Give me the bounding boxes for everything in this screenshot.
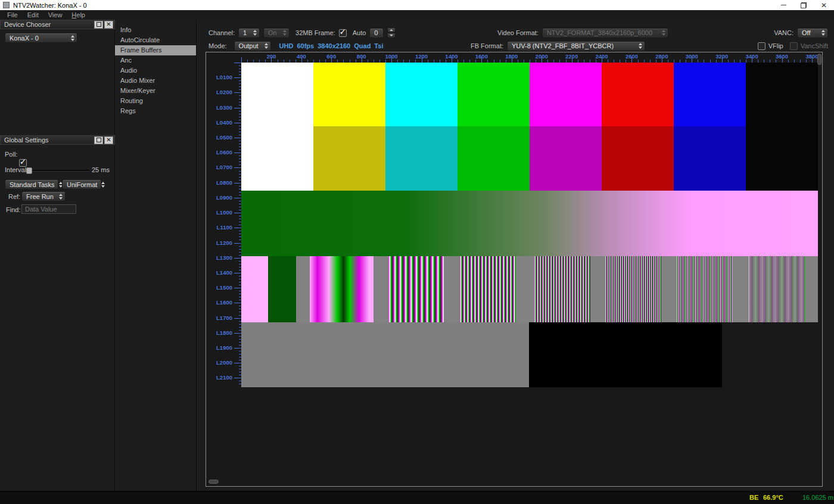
ruler-left-label: L1900: [206, 344, 232, 351]
left-column: Device Chooser ✕ KonaX - 0 Global Settin…: [0, 20, 115, 491]
window-titlebar: NTV2Watcher: KonaX - 0 ✕: [0, 0, 834, 10]
mode-select-value: Output: [239, 42, 259, 49]
sweep-solid-block: [268, 256, 296, 322]
colorbars-100: [241, 63, 818, 126]
channel-label: Channel:: [208, 29, 235, 36]
menu-help[interactable]: Help: [71, 11, 85, 18]
ruler-left-label: L2000: [206, 359, 232, 366]
menu-file[interactable]: File: [7, 11, 18, 18]
vanc-select-value: Off: [802, 29, 810, 36]
close-icon: ✕: [821, 2, 827, 8]
badge-quad: Quad: [354, 42, 371, 49]
fb-format-group: FB Format: YUV-8 (NTV2_FBF_8BIT_YCBCR): [471, 41, 645, 51]
ruler-top-label: 800: [357, 53, 366, 60]
color-bar: [602, 126, 674, 191]
nav-item-info[interactable]: Info: [115, 25, 196, 35]
mode-label: Mode:: [208, 42, 227, 49]
dropdown-arrows-icon: [817, 30, 825, 36]
ruler-left-label: L0800: [206, 179, 232, 186]
nav-item-mixer-keyer[interactable]: Mixer/Keyer: [115, 86, 196, 96]
menu-view[interactable]: View: [48, 11, 63, 18]
channel-select-value: 1: [243, 29, 247, 36]
ramp-row: [241, 191, 818, 256]
nav-item-frame-buffers[interactable]: Frame Buffers: [115, 45, 196, 55]
ruler-left-label: L0600: [206, 149, 232, 155]
badge-fps: 60fps: [297, 42, 314, 49]
status-board: BE: [749, 494, 758, 501]
sweep-stripe-block: [534, 256, 590, 322]
mode-select[interactable]: Output: [234, 41, 271, 51]
nav-item-routing[interactable]: Routing: [115, 96, 196, 106]
color-bar: [602, 63, 674, 126]
interval-label: Interval:: [5, 166, 28, 173]
ruler-left-label: L0700: [206, 164, 232, 170]
close-icon: ✕: [106, 21, 111, 27]
video-format-select: NTV2_FORMAT_3840x2160p_6000: [542, 28, 668, 38]
ruler-left-label: L0300: [206, 104, 232, 111]
sweep-solid-block: [241, 256, 268, 322]
vancshift-label: VancShift: [801, 42, 828, 49]
global-settings-title: Global Settings: [4, 136, 49, 144]
ruler-left-label: L0100: [206, 74, 232, 80]
nav-item-autocirculate[interactable]: AutoCirculate: [115, 35, 196, 45]
close-button[interactable]: ✕: [814, 0, 834, 10]
nav-item-audio[interactable]: Audio: [115, 66, 196, 76]
check-icon: ✓: [340, 27, 346, 36]
nav-item-anc[interactable]: Anc: [115, 55, 196, 66]
device-chooser-float-button[interactable]: [94, 21, 103, 29]
minimize-icon: [781, 5, 786, 5]
status-temperature: 66.9°C: [763, 494, 783, 501]
ruler-left-label: L1500: [206, 284, 232, 291]
device-chooser-close-button[interactable]: ✕: [104, 21, 113, 29]
nav-list: InfoAutoCirculateFrame BuffersAncAudioAu…: [115, 20, 197, 491]
horizontal-scrollbar-thumb[interactable]: [208, 480, 219, 484]
sweep-row: [241, 256, 818, 322]
nav-item-regs[interactable]: Regs: [115, 106, 196, 116]
dropdown-arrows-icon: [55, 182, 63, 188]
fb-format-select[interactable]: YUV-8 (NTV2_FBF_8BIT_YCBCR): [507, 41, 645, 51]
ruler-top-label: 2000: [536, 53, 548, 60]
ruler-top-label: 1200: [415, 53, 428, 60]
maximize-button[interactable]: [793, 0, 814, 10]
device-select[interactable]: KonaX - 0: [5, 33, 77, 43]
ruler-left-label: L1400: [206, 269, 232, 276]
workspace: Device Chooser ✕ KonaX - 0 Global Settin…: [0, 20, 834, 491]
ruler-top-label: 3000: [686, 53, 698, 60]
channel-select[interactable]: 1: [238, 28, 260, 38]
dropdown-arrows-icon: [97, 182, 105, 188]
vanc-select[interactable]: Off: [797, 28, 828, 38]
uniformat-select[interactable]: UniFormat: [62, 179, 101, 189]
ruler-left-label: L0400: [206, 119, 232, 126]
vflip-checkbox[interactable]: [758, 42, 765, 50]
auto-spin-down-button[interactable]: [387, 33, 396, 38]
menu-edit[interactable]: Edit: [27, 11, 39, 18]
interval-slider-handle[interactable]: [26, 167, 32, 174]
ruler-left-label: L0500: [206, 134, 232, 141]
restore-icon: [801, 2, 807, 8]
colorbars-75: [241, 126, 818, 191]
global-settings-close-button[interactable]: ✕: [104, 136, 113, 144]
ref-select[interactable]: Free Run: [21, 191, 66, 201]
color-bar: [530, 63, 602, 126]
check-icon: ✓: [20, 157, 26, 166]
global-settings-float-button[interactable]: [94, 136, 103, 144]
ruler-top-label: 2800: [655, 53, 668, 60]
ruler-left-label: L1200: [206, 239, 232, 246]
auto-spinbox[interactable]: 0: [369, 28, 384, 38]
sweep-stripe-block: [605, 256, 661, 322]
interval-slider[interactable]: [26, 170, 89, 172]
tasks-select[interactable]: Standard Tasks: [5, 179, 58, 189]
pluge-block: [241, 322, 529, 387]
nav-item-audio-mixer[interactable]: Audio Mixer: [115, 76, 196, 86]
fb-format-value: YUV-8 (NTV2_FBF_8BIT_YCBCR): [512, 42, 614, 49]
down-arrow-icon: [390, 35, 393, 36]
find-label: Find:: [6, 206, 20, 213]
find-input[interactable]: Data Value: [21, 204, 76, 214]
minimize-button[interactable]: [773, 0, 793, 10]
dropdown-arrows-icon: [55, 194, 63, 200]
auto-spin-up-button[interactable]: [387, 27, 396, 33]
color-bar: [385, 63, 458, 126]
float-icon: [97, 22, 101, 27]
frame-checkbox[interactable]: ✓: [339, 29, 347, 37]
vertical-scrollbar-thumb[interactable]: [817, 54, 821, 65]
